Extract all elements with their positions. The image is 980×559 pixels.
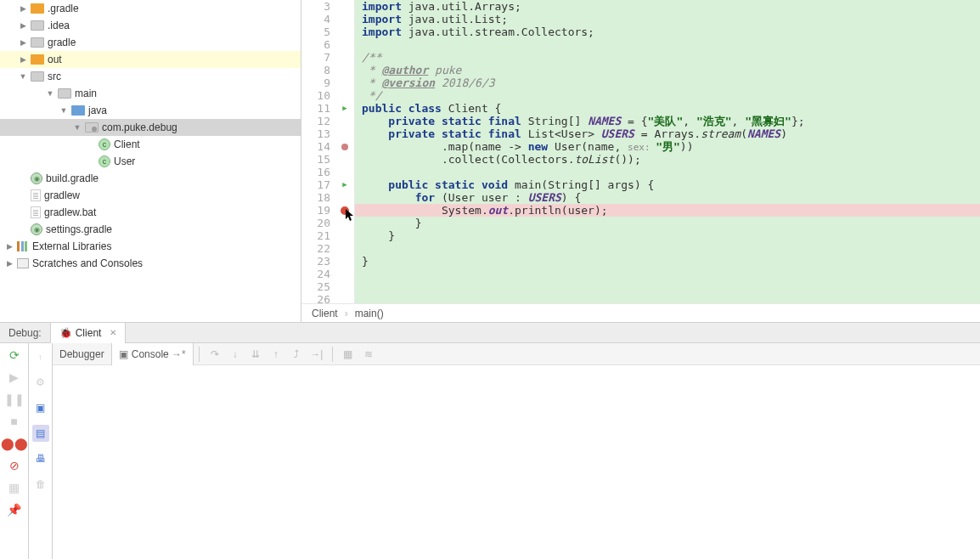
mute-breakpoints-button[interactable]: ⊘ [6,457,23,474]
breakpoint-icon[interactable] [341,206,349,215]
project-tree[interactable]: ▶.gradle ▶.idea ▶gradle ▶out ▼src ▼main … [0,0,301,322]
step-into-icon[interactable]: ↓ [227,346,244,363]
tree-label: java [88,104,107,116]
settings-icon[interactable]: ⚙ [32,374,49,391]
tree-label: .gradle [48,3,79,14]
close-icon[interactable]: ✕ [110,328,116,337]
tree-label: Scratches and Consoles [32,257,143,269]
chevron-down-icon[interactable]: ▼ [73,123,82,132]
pin-button[interactable]: 📌 [6,501,23,518]
tree-label: gradlew.bat [44,206,96,218]
folder-icon [31,54,44,65]
folder-icon [71,105,85,116]
folder-icon [58,88,71,99]
tree-label: .idea [48,20,70,31]
debug-left-toolbar-2: ↑ ⚙ ▣ ▤ 🖶 🗑 [29,343,53,559]
tree-item-build-gradle[interactable]: ◉build.gradle [0,170,301,187]
tree-label: settings.gradle [46,223,112,235]
tree-item-external-libraries[interactable]: ▶External Libraries [0,238,301,255]
breadcrumb-method[interactable]: main() [355,308,384,319]
chevron-right-icon[interactable]: ▶ [19,4,27,13]
tree-item-client[interactable]: cClient [0,136,301,153]
tree-item-out[interactable]: ▶out [0,51,301,68]
tree-item-gradle-hidden[interactable]: ▶.gradle [0,0,301,17]
folder-icon [31,3,44,14]
debug-tool-window: Debug: 🐞 Client ✕ ⟳ ▶ ❚❚ ■ ⬤⬤ ⊘ ▦ 📌 ↑ ⚙ … [0,323,980,559]
gradle-file-icon: ◉ [31,223,42,235]
breakpoint-disabled-icon[interactable] [341,144,348,150]
chevron-down-icon[interactable]: ▼ [46,89,54,98]
tree-label: build.gradle [46,172,99,184]
tree-item-src[interactable]: ▼src [0,68,301,85]
text-file-icon [31,189,41,201]
bug-icon: 🐞 [59,327,72,339]
scratches-icon [17,258,29,268]
print-button[interactable]: 🖶 [32,450,49,467]
view-breakpoints-button[interactable]: ⬤⬤ [6,435,23,452]
gutter-markers[interactable]: ▶ ▶ [335,0,354,303]
evaluate-icon[interactable]: ▦ [340,346,357,363]
folder-icon [31,71,44,82]
folder-icon [31,37,44,48]
tree-item-gradlew[interactable]: gradlew [0,187,301,204]
tree-item-gradle[interactable]: ▶gradle [0,34,301,51]
threads-button[interactable]: ▤ [32,425,49,442]
chevron-down-icon[interactable]: ▼ [19,72,27,81]
debug-panel-label: Debug: [0,327,50,339]
code-editor[interactable]: 3456789101112131415161718192021222324252… [301,0,980,322]
text-file-icon [31,206,41,218]
tree-item-settings-gradle[interactable]: ◉settings.gradle [0,221,301,238]
editor-gutter[interactable]: 3456789101112131415161718192021222324252… [301,0,355,303]
stop-button[interactable]: ■ [6,413,23,430]
chevron-right-icon[interactable]: ▶ [19,55,27,64]
tree-label: src [48,71,61,82]
package-icon [85,122,99,133]
run-gutter-icon[interactable]: ▶ [342,178,346,191]
tree-item-scratches[interactable]: ▶Scratches and Consoles [0,255,301,272]
debug-config-tab[interactable]: 🐞 Client ✕ [50,323,127,343]
chevron-right-icon[interactable]: ▶ [5,259,14,268]
line-numbers: 3456789101112131415161718192021222324252… [301,0,335,303]
tree-item-user[interactable]: cUser [0,153,301,170]
breadcrumb-class[interactable]: Client [312,308,338,319]
trash-button[interactable]: 🗑 [32,476,49,493]
tree-item-idea[interactable]: ▶.idea [0,17,301,34]
trace-icon[interactable]: ≋ [360,346,377,363]
tree-label: Client [114,138,140,150]
tree-label: gradlew [44,189,80,201]
settings-button[interactable]: ▦ [6,479,23,496]
tree-label: gradle [48,37,76,48]
step-out-icon[interactable]: ↑ [268,346,284,363]
force-step-into-icon[interactable]: ⇊ [247,346,264,363]
tree-label: User [114,155,135,167]
tree-item-package[interactable]: ▼com.puke.debug [0,119,301,136]
rerun-button[interactable]: ⟳ [6,347,23,364]
gradle-file-icon: ◉ [31,172,42,184]
editor-breadcrumb[interactable]: Client › main() [301,303,980,322]
tree-item-main[interactable]: ▼main [0,85,301,102]
folder-icon [31,20,44,31]
console-tab[interactable]: ▣Console →* [112,343,194,365]
debug-left-toolbar: ⟳ ▶ ❚❚ ■ ⬤⬤ ⊘ ▦ 📌 [0,343,29,559]
chevron-down-icon[interactable]: ▼ [59,106,68,115]
chevron-right-icon[interactable]: ▶ [5,242,14,251]
pause-button[interactable]: ❚❚ [6,391,23,408]
tree-item-java[interactable]: ▼java [0,102,301,119]
debug-toolbar: Debugger ▣Console →* ↷ ↓ ⇊ ↑ ⤴ →| ▦ ≋ [53,343,980,365]
run-to-cursor-icon[interactable]: →| [308,346,325,363]
drop-frame-icon[interactable]: ⤴ [288,346,305,363]
run-gutter-icon[interactable]: ▶ [342,102,346,115]
java-class-icon: c [99,155,110,167]
console-output[interactable] [53,365,980,559]
code-area[interactable]: import java.util.Arrays; import java.uti… [355,0,980,303]
debug-header: Debug: 🐞 Client ✕ [0,323,980,343]
libraries-icon [17,241,29,251]
tree-item-gradlew-bat[interactable]: gradlew.bat [0,204,301,221]
chevron-right-icon[interactable]: ▶ [19,38,27,47]
step-over-icon[interactable]: ↷ [206,346,223,363]
debugger-tab[interactable]: Debugger [53,343,112,365]
chevron-right-icon[interactable]: ▶ [19,21,27,30]
layout-button[interactable]: ▣ [32,399,49,416]
resume-button[interactable]: ▶ [6,369,23,386]
restore-layout-button[interactable]: ↑ [32,348,49,365]
